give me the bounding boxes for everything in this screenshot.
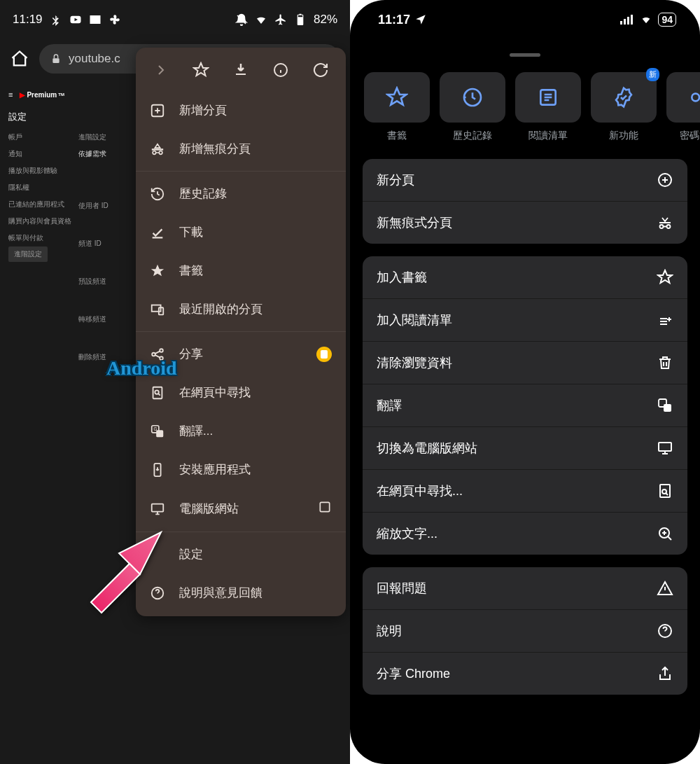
fan-icon <box>108 13 121 26</box>
refresh-icon[interactable] <box>312 62 329 78</box>
ios-group-page: 加入書籤 加入閱讀清單 清除瀏覽資料 翻譯 切換為電腦版網站 在網頁中尋找...… <box>363 256 687 555</box>
check-icon <box>150 225 165 240</box>
yt-side-item: 帳戶 <box>8 129 78 146</box>
quick-label: 閱讀清單 <box>528 130 568 142</box>
android-status-bar: 11:19 82% <box>0 0 350 39</box>
row-label: 分享 Chrome <box>377 665 450 682</box>
row-label: 加入書籤 <box>377 269 427 286</box>
quick-reading-list[interactable]: 閱讀清單 <box>515 72 581 142</box>
menu-bookmarks[interactable]: 書籤 <box>136 251 346 290</box>
row-label: 說明 <box>377 623 402 639</box>
share-badge-icon <box>316 347 332 362</box>
svg-rect-34 <box>660 485 670 497</box>
install-icon <box>150 462 165 478</box>
ios-group-tabs: 新分頁 新無痕式分頁 <box>363 159 687 244</box>
row-report[interactable]: 回報問題 <box>363 567 687 610</box>
svg-text:G: G <box>154 426 158 431</box>
quick-label: 書籤 <box>387 130 407 142</box>
zoom-in-icon <box>657 525 673 542</box>
quick-label: 密碼管理 <box>680 130 700 142</box>
svg-rect-26 <box>631 15 633 25</box>
svg-rect-5 <box>52 58 59 63</box>
quick-whats-new[interactable]: 新 新功能 <box>591 72 657 142</box>
menu-label: 新增分頁 <box>179 102 227 118</box>
ios-status-bar: 11:17 94 <box>350 0 700 39</box>
download-icon[interactable] <box>232 62 249 78</box>
quick-history[interactable]: 歷史記錄 <box>440 72 505 142</box>
row-clear-data[interactable]: 清除瀏覽資料 <box>363 342 687 384</box>
forward-icon[interactable] <box>153 62 169 78</box>
row-share-chrome[interactable]: 分享 Chrome <box>363 653 687 695</box>
row-label: 新分頁 <box>377 172 414 188</box>
home-icon[interactable] <box>10 49 29 69</box>
row-translate[interactable]: 翻譯 <box>363 384 687 427</box>
row-find-in-page[interactable]: 在網頁中尋找... <box>363 470 687 513</box>
row-help[interactable]: 說明 <box>363 610 687 653</box>
desktop-icon <box>657 440 673 457</box>
row-label: 翻譯 <box>377 397 402 414</box>
row-label: 加入閱讀清單 <box>377 312 452 328</box>
url-text: youtube.c <box>69 52 120 66</box>
trash-icon <box>657 354 673 371</box>
yt-premium: Premium <box>27 91 57 99</box>
find-page-icon <box>657 482 673 499</box>
yt-right-item: 預設頻道 <box>78 273 108 290</box>
android-screenshot: 11:19 82% youtube.c ≡ ▶PremiumTM 搜尋 設定 <box>0 0 350 764</box>
yt-right-item: 使用者 ID <box>78 197 108 214</box>
svg-rect-3 <box>298 17 303 25</box>
menu-install-app[interactable]: 安裝應用程式 <box>136 450 346 489</box>
find-page-icon <box>150 385 165 401</box>
lock-icon <box>50 53 62 64</box>
menu-new-incognito[interactable]: 新增無痕分頁 <box>136 130 346 168</box>
menu-new-tab[interactable]: 新增分頁 <box>136 91 346 130</box>
menu-label: 在網頁中尋找 <box>179 384 251 401</box>
svg-rect-21 <box>320 502 329 511</box>
wifi-icon <box>639 14 653 25</box>
menu-label: 最近開啟的分頁 <box>179 301 262 317</box>
row-label: 清除瀏覽資料 <box>377 354 452 371</box>
menu-label: 電腦版網站 <box>179 501 239 517</box>
menu-label: 下載 <box>179 224 203 240</box>
info-icon[interactable] <box>272 62 289 78</box>
battery-icon <box>294 13 307 26</box>
sheet-grabber[interactable] <box>510 53 540 57</box>
row-add-reading[interactable]: 加入閱讀清單 <box>363 299 687 342</box>
star-icon[interactable] <box>192 62 209 78</box>
row-desktop-site[interactable]: 切換為電腦版網站 <box>363 427 687 470</box>
row-label: 回報問題 <box>377 580 427 597</box>
svg-rect-6 <box>236 74 246 75</box>
airplane-icon <box>274 13 287 26</box>
row-new-incognito[interactable]: 新無痕式分頁 <box>363 202 687 244</box>
yt-right-item: 頻道 ID <box>78 235 108 252</box>
yt-side-item: 播放與觀影體驗 <box>8 162 78 179</box>
checkbox-icon[interactable] <box>318 500 332 514</box>
gmail-icon <box>89 13 102 26</box>
menu-label: 說明與意見回饋 <box>179 585 262 601</box>
quick-passwords[interactable]: 密碼管理 <box>666 72 700 142</box>
translate-icon: G <box>150 424 165 439</box>
yt-side-item: 通知 <box>8 146 78 162</box>
help-icon <box>657 623 673 639</box>
yt-side-item: 購買內容與會員資格 <box>8 213 78 230</box>
status-battery: 82% <box>314 13 337 27</box>
row-add-bookmark[interactable]: 加入書籤 <box>363 256 687 299</box>
quick-label: 新功能 <box>609 130 638 142</box>
svg-rect-20 <box>152 503 164 511</box>
translate-icon <box>657 397 673 414</box>
menu-translate[interactable]: G 翻譯... <box>136 412 346 450</box>
svg-point-29 <box>692 94 699 102</box>
notification-off-icon <box>235 13 248 26</box>
svg-rect-25 <box>627 17 629 25</box>
row-new-tab[interactable]: 新分頁 <box>363 159 687 202</box>
menu-downloads[interactable]: 下載 <box>136 213 346 251</box>
android-arrow <box>77 518 175 619</box>
menu-recent-tabs[interactable]: 最近開啟的分頁 <box>136 290 346 328</box>
row-label: 新無痕式分頁 <box>377 214 452 231</box>
menu-label: 安裝應用程式 <box>179 461 251 478</box>
quick-bookmarks[interactable]: 書籤 <box>364 72 430 142</box>
row-zoom-text[interactable]: 縮放文字... <box>363 513 687 555</box>
bluetooth-icon <box>50 13 62 26</box>
row-label: 縮放文字... <box>377 525 438 542</box>
menu-label: 書籤 <box>179 263 203 279</box>
menu-history[interactable]: 歷史記錄 <box>136 174 346 213</box>
